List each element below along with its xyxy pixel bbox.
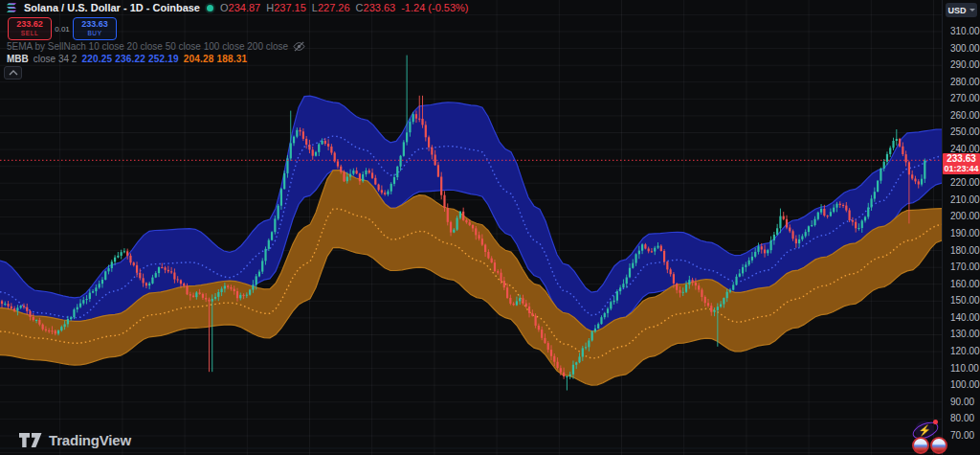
axis-tick: 250.00 <box>950 126 980 137</box>
mbb-blue-values: 220.25 236.22 252.19 <box>81 54 178 64</box>
solana-logo-icon <box>6 2 17 13</box>
tradingview-chart-window: USD 310.00300.00290.00280.00270.00260.00… <box>0 0 980 455</box>
eye-slash-icon[interactable] <box>293 41 305 52</box>
mbb-indicator-row[interactable]: MBB close 34 2 220.25 236.22 252.19 204.… <box>7 54 247 64</box>
badge-icon-left <box>912 437 929 454</box>
axis-tick: 100.00 <box>950 379 980 390</box>
axis-tick: 70.00 <box>950 430 974 441</box>
last-price-value: 233.63 <box>943 154 980 164</box>
chevron-down-icon <box>969 9 975 11</box>
axis-tick: 90.00 <box>950 397 974 407</box>
trade-buttons-row: 233.62 SELL 0.01 233.63 BUY <box>8 17 117 40</box>
axis-tick: 300.00 <box>950 43 980 54</box>
symbol-legend-row[interactable]: Solana / U.S. Dollar - 1D - Coinbase O23… <box>6 1 469 14</box>
legend-collapse-button[interactable] <box>4 66 22 80</box>
ema-indicator-row[interactable]: 5EMA by SellNach 10 close 20 close 50 cl… <box>7 41 305 52</box>
axis-tick: 310.00 <box>950 26 980 36</box>
mbb-orange-values: 204.28 188.31 <box>184 54 248 64</box>
currency-label: USD <box>947 6 966 15</box>
mbb-indicator-params: close 34 2 <box>33 54 78 64</box>
badge-icon-right <box>930 437 947 454</box>
market-status-dot <box>207 5 213 11</box>
change-value: -1.24 (-0.53%) <box>401 2 468 13</box>
price-axis[interactable]: USD 310.00300.00290.00280.00270.00260.00… <box>942 0 980 455</box>
symbol-title[interactable]: Solana / U.S. Dollar - 1D - Coinbase <box>24 2 200 13</box>
axis-tick: 180.00 <box>950 245 980 256</box>
ema-indicator-label: 5EMA by SellNach 10 close 20 close 50 cl… <box>7 41 288 52</box>
last-price-label: 233.63 01:23:44 <box>943 153 980 174</box>
tradingview-logo-text: TradingView <box>49 432 131 448</box>
spread-value: 0.01 <box>52 25 73 34</box>
buy-button[interactable]: 233.63 BUY <box>73 17 117 40</box>
tradingview-logo-icon <box>19 433 42 447</box>
axis-tick: 130.00 <box>950 329 980 339</box>
axis-tick: 170.00 <box>950 262 980 272</box>
price-chart-canvas[interactable] <box>0 0 980 455</box>
axis-tick: 120.00 <box>950 346 980 356</box>
axis-tick: 190.00 <box>950 228 980 239</box>
axis-tick: 270.00 <box>950 93 980 103</box>
ohlc-values: O234.87 H237.15 L227.26 C233.63 -1.24 (-… <box>220 2 469 13</box>
axis-tick: 200.00 <box>950 211 980 221</box>
extension-badge-widget[interactable] <box>912 437 947 454</box>
axis-tick: 290.00 <box>950 59 980 70</box>
axis-tick: 160.00 <box>950 279 980 289</box>
plot-area <box>0 0 942 455</box>
axis-tick: 220.00 <box>950 177 980 188</box>
axis-tick: 150.00 <box>950 295 980 306</box>
bar-countdown: 01:23:44 <box>943 164 980 173</box>
axis-tick: 140.00 <box>950 312 980 323</box>
mbb-indicator-name: MBB <box>7 54 29 64</box>
notification-dot <box>933 420 938 424</box>
tradingview-logo[interactable]: TradingView <box>19 432 131 448</box>
axis-tick: 260.00 <box>950 110 980 121</box>
axis-tick: 210.00 <box>950 194 980 205</box>
chevron-up-icon <box>9 70 18 76</box>
currency-selector[interactable]: USD <box>946 3 977 17</box>
axis-tick: 280.00 <box>950 77 980 87</box>
sell-button[interactable]: 233.62 SELL <box>8 17 52 40</box>
axis-tick: 110.00 <box>950 363 979 374</box>
axis-tick: 80.00 <box>950 413 974 423</box>
